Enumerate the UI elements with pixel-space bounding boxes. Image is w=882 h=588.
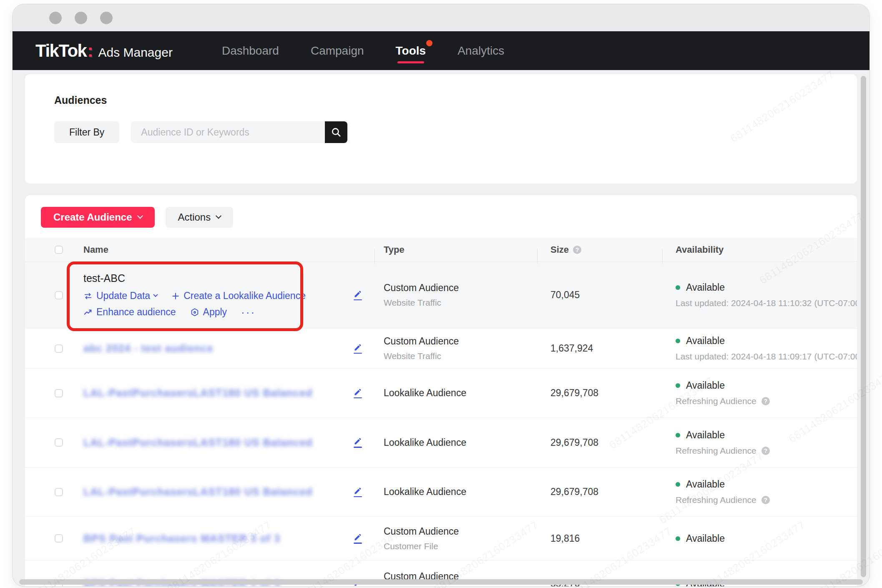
audience-size: 29,679,708 [550, 387, 598, 398]
table-row[interactable]: LAL-PastPurchasersLAST180 US Balanced Lo… [25, 418, 857, 467]
nav-item-label: Analytics [457, 44, 504, 57]
row-checkbox[interactable] [55, 488, 63, 496]
audience-size: 29,679,708 [550, 486, 598, 497]
audience-name[interactable]: LAL-PastPurchasersLAST180 US Balanced [83, 387, 341, 399]
horizontal-scrollbar[interactable] [19, 579, 863, 585]
status-detail: Last updated: 2024-04-18 11:09:17 (UTC-0… [676, 352, 857, 362]
size-header-label: Size [550, 244, 569, 255]
chevron-down-icon [153, 292, 158, 297]
search-bar [131, 121, 347, 143]
help-icon[interactable]: ? [761, 397, 770, 405]
audience-subtype: Website Traffic [384, 351, 537, 361]
help-icon[interactable]: ? [761, 496, 770, 504]
audience-type: Lookalike Audience [384, 486, 537, 498]
edit-name-button[interactable] [354, 487, 362, 498]
audience-name[interactable]: LAL-PastPurchasersLAST180 US Balanced [83, 486, 341, 498]
pencil-underline [354, 543, 362, 544]
nav-item-analytics[interactable]: Analytics [457, 34, 504, 68]
filter-by-button[interactable]: Filter By [54, 121, 119, 143]
status-detail: Refreshing Audience ? [676, 446, 857, 456]
apply-hexagon-icon [190, 308, 199, 317]
brand-wordmark: TikTok [35, 41, 86, 61]
pencil-underline [354, 447, 362, 448]
help-icon[interactable]: ? [573, 246, 581, 254]
edit-name-button[interactable] [354, 437, 362, 448]
audience-name[interactable]: BPS Past Purchasers MASTER 3 of 3 [83, 533, 341, 545]
audience-subtype: Customer File [384, 541, 537, 551]
apply-link[interactable]: Apply [190, 307, 227, 318]
nav-item-label: Campaign [311, 44, 364, 57]
nav-item-campaign[interactable]: Campaign [311, 34, 364, 68]
audience-name[interactable]: test-ABC [83, 272, 341, 284]
column-header-type[interactable]: Type [374, 244, 537, 255]
audience-size: 29,679,708 [550, 437, 598, 448]
window-control-dot[interactable] [49, 12, 62, 24]
window-titlebar [13, 4, 869, 31]
edit-name-button[interactable] [354, 533, 362, 544]
help-icon[interactable]: ? [761, 447, 770, 455]
enhance-audience-link[interactable]: Enhance audience [83, 307, 176, 318]
table-row[interactable]: LAL-PastPurchasersLAST180 US Balanced Lo… [25, 369, 857, 418]
pencil-underline [354, 496, 362, 498]
table-row[interactable]: BPS Past Purchasers MASTER 3 of 3 Custom… [25, 517, 857, 560]
pencil-underline [354, 397, 362, 399]
tiktok-ads-manager-logo: TikTok : Ads Manager [35, 41, 173, 61]
trend-up-icon [83, 308, 93, 317]
vertical-scrollbar[interactable] [861, 76, 866, 577]
pencil-underline [354, 299, 362, 301]
pencil-icon [354, 437, 362, 445]
audience-name[interactable]: abc 2024 - test audience [83, 342, 341, 354]
audience-type: Lookalike Audience [384, 387, 537, 399]
status-detail-text: Last updated: 2024-04-18 11:10:32 (UTC-0… [676, 298, 857, 308]
update-data-link[interactable]: Update Data [83, 290, 157, 302]
actions-button[interactable]: Actions [166, 207, 234, 228]
table-toolbar: Create Audience Actions [25, 195, 857, 238]
audiences-filter-card: Audiences Filter By [25, 74, 857, 183]
edit-name-button[interactable] [354, 343, 362, 354]
edit-name-button[interactable] [354, 388, 362, 399]
row-checkbox[interactable] [55, 534, 63, 543]
window-control-dot[interactable] [75, 12, 87, 24]
nav-item-tools[interactable]: Tools [396, 34, 426, 68]
status-detail: Refreshing Audience ? [676, 495, 857, 505]
row-checkbox[interactable] [55, 389, 63, 397]
window-control-dot[interactable] [100, 12, 113, 24]
table-row[interactable]: test-ABC Update Data Create a Lo [25, 262, 857, 329]
notification-dot-icon [426, 40, 432, 46]
status-label: Available [686, 335, 725, 347]
search-input[interactable] [131, 121, 325, 143]
create-lookalike-label: Create a Lookalike Audience [183, 290, 306, 302]
actions-label: Actions [178, 211, 211, 223]
column-header-name[interactable]: Name [72, 244, 341, 255]
row-actions: Update Data Create a Lookalike Audience [83, 290, 341, 318]
brand-colon: : [87, 41, 93, 61]
more-actions-button[interactable]: ··· [241, 310, 256, 314]
row-checkbox[interactable] [55, 344, 63, 353]
table-row[interactable]: abc 2024 - test audience Custom Audience… [25, 329, 857, 369]
chevron-down-icon [216, 213, 221, 219]
status-detail-text: Refreshing Audience [676, 495, 756, 505]
audience-size: 19,816 [550, 533, 580, 544]
audience-type: Custom Audience [384, 526, 537, 537]
edit-name-button[interactable] [354, 290, 362, 301]
row-checkbox[interactable] [55, 291, 63, 299]
status-detail-text: Refreshing Audience [676, 396, 756, 406]
audience-type: Custom Audience [384, 282, 537, 294]
column-header-size[interactable]: Size ? [537, 244, 662, 255]
column-header-availability[interactable]: Availability [662, 244, 857, 255]
audience-name[interactable]: LAL-PastPurchasersLAST180 US Balanced [83, 437, 341, 449]
select-all-checkbox[interactable] [55, 246, 63, 254]
row-checkbox[interactable] [55, 438, 63, 447]
enhance-audience-label: Enhance audience [96, 307, 176, 318]
status-label: Available [686, 282, 725, 293]
create-lookalike-link[interactable]: Create a Lookalike Audience [171, 290, 306, 302]
search-button[interactable] [325, 121, 347, 143]
filter-row: Filter By [54, 121, 840, 143]
status-dot-icon [676, 482, 680, 487]
app-window: TikTok : Ads Manager Dashboard Campaign … [13, 4, 869, 586]
nav-item-dashboard[interactable]: Dashboard [222, 34, 279, 68]
audience-size: 70,045 [550, 289, 580, 300]
table-row[interactable]: LAL-PastPurchasersLAST180 US Balanced Lo… [25, 467, 857, 517]
create-audience-button[interactable]: Create Audience [41, 207, 155, 228]
update-data-icon [83, 291, 93, 301]
